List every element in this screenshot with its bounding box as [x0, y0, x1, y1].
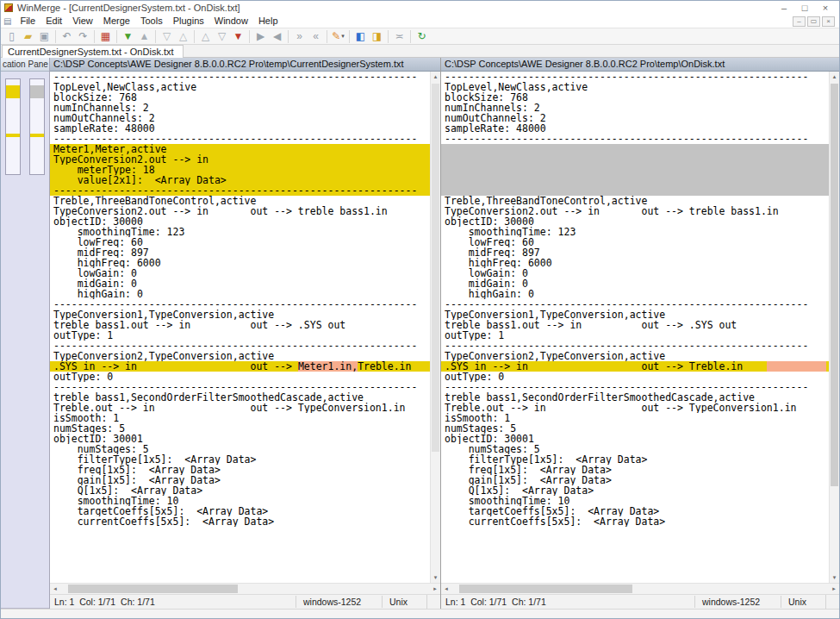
right-vscroll-track[interactable] [830, 82, 839, 572]
code-line[interactable]: sampleRate: 48000 [50, 123, 430, 134]
code-line[interactable]: highGain: 0 [50, 289, 430, 299]
code-line[interactable] [441, 144, 829, 154]
section-separator-line[interactable]: ----------------------------------------… [50, 299, 430, 310]
left-hscroll-track[interactable] [60, 584, 430, 594]
menu-view[interactable]: View [67, 15, 98, 28]
code-line[interactable]: filterType[1x5]: <Array Data> [441, 454, 829, 465]
copy-left-and-advance-button[interactable]: « [308, 28, 324, 44]
code-line[interactable]: blockSize: 768 [50, 92, 430, 103]
code-line[interactable]: outType: 1 [441, 330, 829, 341]
code-line[interactable]: sampleRate: 48000 [441, 123, 829, 134]
section-separator-line[interactable]: ----------------------------------------… [441, 299, 829, 310]
refresh-button[interactable]: ↻ [414, 28, 430, 44]
previous-difference-button[interactable]: ▲ [136, 28, 152, 44]
code-line[interactable]: lowGain: 0 [441, 268, 829, 278]
code-line[interactable]: TypeConversion1,TypeConversion,active [441, 310, 829, 320]
code-line[interactable]: freq[1x5]: <Array Data> [441, 465, 829, 475]
code-line[interactable]: TopLevel,NewClass,active [441, 82, 829, 92]
code-line[interactable]: TypeConversion2.out --> in out --> trebl… [50, 206, 430, 216]
code-line[interactable] [441, 165, 829, 175]
right-hscroll-thumb[interactable] [459, 585, 632, 593]
code-line[interactable]: objectID: 30000 [441, 216, 829, 227]
close-icon[interactable]: × [48, 60, 49, 69]
code-line[interactable]: TypeConversion1,TypeConversion,active [50, 310, 430, 320]
code-line[interactable]: highFreq: 6000 [50, 258, 430, 268]
code-line[interactable]: lowFreq: 60 [441, 237, 829, 247]
code-line[interactable]: outType: 0 [50, 372, 430, 382]
left-hscroll-thumb[interactable] [68, 585, 238, 593]
code-line[interactable]: Treble.out --> in out --> TypeConversion… [441, 403, 829, 413]
menu-file[interactable]: File [15, 15, 40, 28]
code-line[interactable]: treble_bass1.out --> in out --> .SYS_out [50, 320, 430, 330]
code-line[interactable]: Meter1,Meter,active [50, 144, 430, 154]
code-line[interactable]: Q[1x5]: <Array Data> [441, 485, 829, 496]
next-inline-difference-button[interactable]: ▽ [159, 28, 175, 44]
code-line[interactable]: midGain: 0 [50, 278, 430, 289]
code-line[interactable]: objectID: 30001 [50, 434, 430, 444]
code-line[interactable]: numStages: 5 [441, 444, 829, 454]
first-difference-button[interactable]: △ [197, 28, 214, 44]
scroll-up-icon[interactable]: ▴ [830, 72, 839, 82]
code-line[interactable]: midFreq: 897 [50, 247, 430, 258]
merge-mode-button[interactable]: ≍ [391, 28, 408, 44]
undo-button[interactable]: ↶ [59, 28, 75, 44]
code-line[interactable]: numStages: 5 [50, 444, 430, 454]
code-line[interactable]: meterType: 18 [50, 165, 430, 175]
code-line[interactable]: numStages: 5 [50, 423, 430, 434]
code-line[interactable]: currentCoeffs[5x5]: <Array Data> [50, 516, 430, 527]
section-separator-line[interactable]: ----------------------------------------… [50, 382, 430, 392]
code-line[interactable]: midFreq: 897 [441, 247, 829, 258]
code-line[interactable]: lowFreq: 60 [50, 237, 430, 247]
code-line[interactable]: currentCoeffs[5x5]: <Array Data> [441, 516, 829, 527]
left-vscroll-track[interactable] [431, 82, 440, 572]
scroll-left-icon[interactable]: ◂ [441, 584, 451, 594]
code-line[interactable]: gain[1x5]: <Array Data> [50, 475, 430, 485]
swap-panes-button[interactable]: ◨ [369, 28, 385, 44]
code-line[interactable]: midGain: 0 [441, 278, 829, 289]
scroll-left-icon[interactable]: ◂ [50, 584, 60, 594]
code-line[interactable]: smoothingTime: 10 [441, 496, 829, 506]
previous-inline-difference-button[interactable]: △ [175, 28, 191, 44]
new-button[interactable]: ▯ [3, 28, 20, 44]
menu-edit[interactable]: Edit [40, 15, 67, 28]
code-line[interactable]: highGain: 0 [441, 289, 829, 299]
scroll-right-icon[interactable]: ▸ [430, 584, 440, 594]
code-line[interactable]: treble_bass1,SecondOrderFilterSmoothedCa… [50, 392, 430, 403]
scroll-up-icon[interactable]: ▴ [431, 72, 440, 82]
section-separator-line[interactable]: ----------------------------------------… [50, 341, 430, 351]
code-line[interactable]: blockSize: 768 [441, 92, 829, 103]
menu-tools[interactable]: Tools [135, 15, 168, 28]
menu-merge[interactable]: Merge [98, 15, 135, 28]
section-separator-line[interactable]: ----------------------------------------… [441, 134, 829, 144]
scroll-right-icon[interactable]: ▸ [829, 584, 839, 594]
code-line[interactable]: isSmooth: 1 [50, 413, 430, 423]
section-separator-line[interactable]: ----------------------------------------… [50, 134, 430, 144]
code-line[interactable]: gain[1x5]: <Array Data> [441, 475, 829, 485]
right-vscroll-thumb[interactable] [831, 84, 838, 486]
code-line[interactable]: lowGain: 0 [50, 268, 430, 278]
left-vscroll-thumb[interactable] [432, 84, 439, 452]
section-separator-line[interactable]: ----------------------------------------… [50, 72, 430, 82]
left-horizontal-scrollbar[interactable]: ◂ ▸ [50, 583, 440, 594]
code-line[interactable]: isSmooth: 1 [441, 413, 829, 423]
code-line[interactable]: smoothingTime: 123 [50, 227, 430, 237]
code-line[interactable]: highFreq: 6000 [441, 258, 829, 268]
code-line[interactable]: TypeConversion2,TypeConversion,active [50, 351, 430, 361]
code-line[interactable]: smoothingTime: 123 [441, 227, 829, 237]
code-line[interactable]: TypeConversion2.out --> in [50, 154, 430, 165]
code-line[interactable]: numStages: 5 [441, 423, 829, 434]
code-line[interactable]: targetCoeffs[5x5]: <Array Data> [50, 506, 430, 516]
copy-right-and-advance-button[interactable]: » [291, 28, 308, 44]
code-line[interactable] [441, 175, 829, 185]
left-vertical-scrollbar[interactable]: ▴ ▾ [430, 72, 440, 583]
right-hscroll-track[interactable] [451, 584, 829, 594]
code-line[interactable]: numOutChannels: 2 [441, 113, 829, 123]
code-line[interactable] [441, 185, 829, 196]
maximize-button[interactable]: □ [794, 2, 815, 14]
menu-window[interactable]: Window [209, 15, 253, 28]
location-pane-body[interactable] [1, 72, 49, 609]
redo-button[interactable]: ↷ [75, 28, 91, 44]
section-separator-line[interactable]: ----------------------------------------… [50, 185, 430, 196]
code-line[interactable]: Treble.out --> in out --> TypeConversion… [50, 403, 430, 413]
code-line[interactable]: TypeConversion2.out --> in out --> trebl… [441, 206, 829, 216]
